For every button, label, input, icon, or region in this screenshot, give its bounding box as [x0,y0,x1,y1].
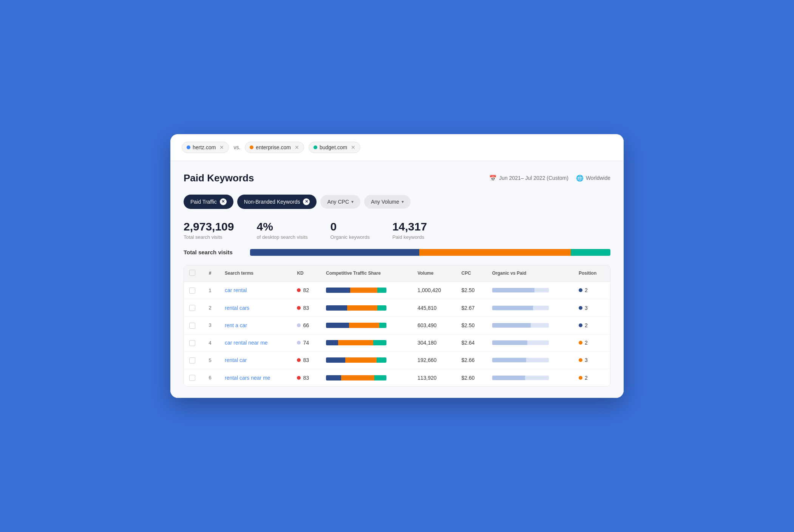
row-rank: 3 [201,317,219,334]
row-rank: 5 [201,351,219,369]
row-checkbox[interactable] [189,323,195,329]
stat-paid-kw-label: Paid keywords [392,234,427,240]
header-meta: 📅 Jun 2021– Jul 2022 (Custom) 🌐 Worldwid… [489,175,610,182]
row-kd: 82 [292,281,321,299]
stat-paid-kw: 14,317 Paid keywords [392,220,427,240]
row-checkbox[interactable] [189,357,195,363]
kd-value: 66 [303,322,309,328]
stats-row: 2,973,109 Total search visits 4% of desk… [184,220,610,240]
stat-paid-kw-value: 14,317 [392,220,427,233]
enterprise-close-icon[interactable]: ✕ [295,144,299,150]
non-branded-close-icon[interactable]: ✕ [303,198,310,205]
hertz-close-icon[interactable]: ✕ [219,144,224,150]
row-checkbox-cell [184,351,201,369]
location-text: Worldwide [586,175,610,181]
header-checkbox[interactable] [189,270,195,276]
date-range-meta[interactable]: 📅 Jun 2021– Jul 2022 (Custom) [489,175,568,182]
row-cts [321,317,412,334]
keyword-link[interactable]: rental car [225,357,247,363]
keyword-link[interactable]: car rental [225,287,247,293]
stat-total-visits-value: 2,973,109 [184,220,234,233]
pos-dot [579,358,582,362]
header-row: Paid Keywords 📅 Jun 2021– Jul 2022 (Cust… [184,172,610,184]
bar-seg-green [571,249,610,256]
bar-seg-orange [419,249,571,256]
pos-dot [579,306,582,310]
page-title: Paid Keywords [184,172,254,184]
stat-total-visits-label: Total search visits [184,234,234,240]
col-cpc: CPC [456,265,487,282]
row-cts [321,334,412,351]
row-checkbox-cell [184,281,201,299]
cts-seg-blue [326,305,347,311]
table-container: # Search terms KD Competitive Traffic Sh… [184,265,610,387]
row-keyword[interactable]: rental car [219,351,292,369]
keyword-link[interactable]: car rental near me [225,340,268,346]
cts-bar [326,305,386,311]
cts-seg-orange [350,288,377,293]
row-ovp [487,317,573,334]
row-checkbox-cell [184,369,201,387]
row-ovp [487,334,573,351]
domain-tag-budget[interactable]: budget.com ✕ [309,142,360,153]
row-keyword[interactable]: rental cars near me [219,369,292,387]
cts-bar [326,357,386,363]
ovp-bar [492,306,549,310]
top-bar: hertz.com ✕ vs. enterprise.com ✕ budget.… [170,134,624,161]
col-rank: # [201,265,219,282]
kd-dot [297,323,301,327]
filter-any-volume[interactable]: Any Volume ▾ [364,195,411,209]
row-checkbox-cell [184,334,201,351]
location-meta[interactable]: 🌐 Worldwide [576,175,610,182]
table-row: 4car rental near me74 304,180$2.642 [184,334,610,351]
pos-value: 2 [585,375,588,381]
cts-seg-blue [326,375,341,380]
ovp-bar [492,288,549,292]
kd-dot [297,288,301,292]
pos-dot [579,376,582,380]
row-volume: 1,000,420 [412,281,456,299]
domain-tag-enterprise[interactable]: enterprise.com ✕ [245,142,304,153]
row-cpc: $2.50 [456,317,487,334]
row-position: 2 [573,369,610,387]
row-checkbox[interactable] [189,305,195,311]
pos-value: 2 [585,322,588,328]
cts-seg-blue [326,340,338,345]
pos-value: 3 [585,305,588,311]
row-cts [321,351,412,369]
row-keyword[interactable]: car rental [219,281,292,299]
filter-non-branded[interactable]: Non-Branded Keywords ✕ [237,195,317,209]
bar-seg-blue [250,249,419,256]
row-volume: 445,810 [412,299,456,316]
table-row: 3rent a car66 603,490$2.502 [184,317,610,334]
row-checkbox[interactable] [189,375,195,381]
stat-desktop-pct-value: 4% [256,220,307,233]
keyword-link[interactable]: rent a car [225,322,247,328]
keywords-table: # Search terms KD Competitive Traffic Sh… [184,265,610,387]
table-row: 6rental cars near me83 113,920$2.602 [184,369,610,387]
row-ovp [487,299,573,316]
keyword-link[interactable]: rental cars [225,305,249,311]
filter-paid-traffic[interactable]: Paid Traffic ✕ [184,195,233,209]
table-row: 1car rental82 1,000,420$2.502 [184,281,610,299]
cts-seg-green [373,340,386,345]
row-keyword[interactable]: car rental near me [219,334,292,351]
filter-any-cpc[interactable]: Any CPC ▾ [320,195,360,209]
domain-tag-hertz[interactable]: hertz.com ✕ [182,142,229,153]
row-checkbox[interactable] [189,340,195,346]
keyword-link[interactable]: rental cars near me [225,375,270,381]
paid-traffic-close-icon[interactable]: ✕ [220,198,227,205]
row-keyword[interactable]: rent a car [219,317,292,334]
row-keyword[interactable]: rental cars [219,299,292,316]
ovp-filled [492,358,526,362]
budget-close-icon[interactable]: ✕ [351,144,355,150]
pos-value: 2 [585,287,588,293]
row-kd: 83 [292,299,321,316]
kd-value: 74 [303,340,309,346]
cts-bar [326,288,386,293]
kd-dot [297,341,301,345]
kd-dot [297,306,301,310]
hertz-dot [187,145,190,149]
row-checkbox[interactable] [189,288,195,294]
ovp-bar [492,323,549,328]
